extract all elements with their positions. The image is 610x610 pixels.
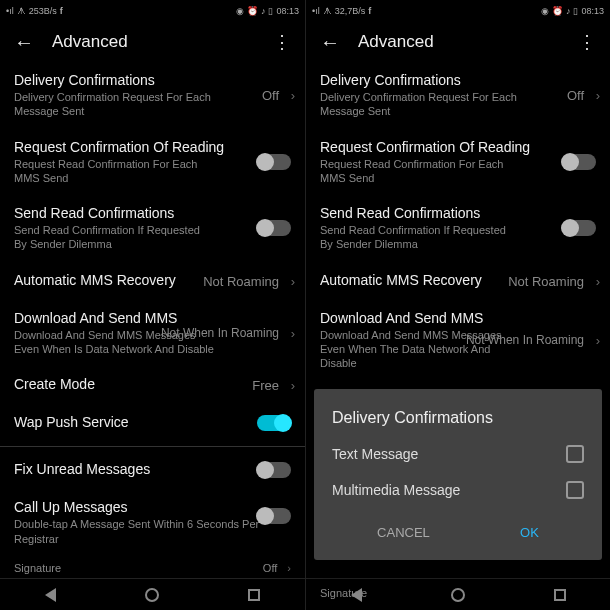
wifi-icon: ⩚ [323, 6, 332, 16]
auto-mms-recovery-row[interactable]: Automatic MMS Recovery Not Roaming › [306, 262, 610, 300]
create-mode-row[interactable]: Create Mode Free › [0, 366, 305, 404]
read-confirmation-row[interactable]: Request Confirmation Of Reading Request … [0, 129, 305, 196]
row-subtitle: Request Read Confirmation For Each MMS S… [14, 157, 214, 186]
checkbox-icon[interactable] [566, 445, 584, 463]
page-title: Advanced [358, 32, 578, 52]
nav-home-icon[interactable] [451, 588, 465, 602]
net-speed: 253B/s [29, 6, 57, 16]
nav-home-icon[interactable] [145, 588, 159, 602]
eye-icon: ◉ [541, 6, 549, 16]
alarm-icon: ⏰ [552, 6, 563, 16]
auto-mms-recovery-row[interactable]: Automatic MMS Recovery Not Roaming › [0, 262, 305, 300]
eye-icon: ◉ [236, 6, 244, 16]
toggle-send-read[interactable] [562, 220, 596, 236]
send-read-confirmations-row[interactable]: Send Read Confirmations Send Read Confir… [306, 195, 610, 262]
nav-back-icon[interactable] [45, 588, 56, 602]
dialog-option-text[interactable]: Text Message [332, 445, 584, 463]
row-subtitle: Double-tap A Message Sent Within 6 Secon… [14, 517, 264, 546]
nav-bar [306, 578, 610, 610]
clock: 08:13 [581, 6, 604, 16]
net-speed: 32,7B/s [335, 6, 366, 16]
alarm-icon: ⏰ [247, 6, 258, 16]
chevron-right-icon: › [291, 88, 295, 103]
signature-row[interactable]: Signature Off › [0, 556, 305, 580]
row-value: Not When In Roaming [466, 333, 584, 347]
row-title: Delivery Confirmations [320, 72, 596, 88]
toggle-read-request[interactable] [562, 154, 596, 170]
back-icon[interactable]: ← [320, 31, 340, 54]
delivery-confirmations-row[interactable]: Delivery Confirmations Delivery Confirma… [0, 62, 305, 129]
chevron-right-icon: › [596, 273, 600, 288]
row-title: Fix Unread Messages [14, 461, 291, 477]
wap-push-row[interactable]: Wap Push Service [0, 404, 305, 442]
nav-recent-icon[interactable] [248, 589, 260, 601]
clock: 08:13 [276, 6, 299, 16]
signal-icon: •ıl [6, 6, 14, 16]
row-title: Call Up Messages [14, 499, 291, 515]
row-subtitle: Delivery Confirmation Request For Each M… [320, 90, 520, 119]
ok-button[interactable]: OK [500, 517, 559, 548]
row-value: Off [567, 88, 584, 103]
row-title: Send Read Confirmations [14, 205, 291, 221]
chevron-right-icon: › [596, 333, 600, 348]
row-subtitle: Delivery Confirmation Request For Each M… [14, 90, 214, 119]
chevron-right-icon: › [291, 378, 295, 393]
header: ← Advanced ⋮ [306, 22, 610, 62]
header: ← Advanced ⋮ [0, 22, 305, 62]
row-value: Not Roaming [508, 273, 584, 288]
option-label: Text Message [332, 446, 566, 462]
row-title: Request Confirmation Of Reading [320, 139, 596, 155]
row-title: Request Confirmation Of Reading [14, 139, 291, 155]
chevron-right-icon: › [291, 273, 295, 288]
facebook-icon: f [368, 6, 371, 16]
cancel-button[interactable]: CANCEL [357, 517, 450, 548]
facebook-icon: f [60, 6, 63, 16]
row-title: Download And Send MMS [320, 310, 596, 326]
row-subtitle: Send Read Confirmation If Requested By S… [320, 223, 520, 252]
toggle-wap-push[interactable] [257, 415, 291, 431]
sound-icon: ♪ [566, 6, 571, 16]
battery-icon: ▯ [573, 6, 578, 16]
read-confirmation-row[interactable]: Request Confirmation Of Reading Request … [306, 129, 610, 196]
toggle-send-read[interactable] [257, 220, 291, 236]
toggle-fix-unread[interactable] [257, 462, 291, 478]
nav-bar [0, 578, 305, 610]
row-title: Create Mode [14, 376, 291, 392]
delivery-confirmations-row[interactable]: Delivery Confirmations Delivery Confirma… [306, 62, 610, 129]
more-icon[interactable]: ⋮ [273, 31, 291, 53]
dialog-option-multimedia[interactable]: Multimedia Message [332, 481, 584, 499]
delivery-confirmations-dialog: Delivery Confirmations Text Message Mult… [314, 389, 602, 560]
checkbox-icon[interactable] [566, 481, 584, 499]
signature-value: Off [263, 562, 277, 574]
wifi-icon: ⩚ [17, 6, 26, 16]
nav-back-icon[interactable] [351, 588, 362, 602]
send-read-confirmations-row[interactable]: Send Read Confirmations Send Read Confir… [0, 195, 305, 262]
option-label: Multimedia Message [332, 482, 566, 498]
status-bar: •ıl ⩚ 253B/s f ◉ ⏰ ♪ ▯ 08:13 [0, 0, 305, 22]
chevron-right-icon: › [287, 562, 291, 574]
row-value: Not When In Roaming [161, 326, 279, 340]
row-subtitle: Request Read Confirmation For Each MMS S… [320, 157, 520, 186]
row-title: Send Read Confirmations [320, 205, 596, 221]
sound-icon: ♪ [261, 6, 266, 16]
row-value: Not Roaming [203, 273, 279, 288]
fix-unread-row[interactable]: Fix Unread Messages [0, 451, 305, 489]
row-title: Delivery Confirmations [14, 72, 291, 88]
dialog-title: Delivery Confirmations [332, 409, 584, 427]
signature-label: Signature [14, 562, 263, 574]
signal-icon: •ıl [312, 6, 320, 16]
call-up-messages-row[interactable]: Call Up Messages Double-tap A Message Se… [0, 489, 305, 556]
row-subtitle: Send Read Confirmation If Requested By S… [14, 223, 214, 252]
more-icon[interactable]: ⋮ [578, 31, 596, 53]
toggle-read-request[interactable] [257, 154, 291, 170]
chevron-right-icon: › [291, 326, 295, 341]
back-icon[interactable]: ← [14, 31, 34, 54]
battery-icon: ▯ [268, 6, 273, 16]
download-send-mms-row[interactable]: Download And Send MMS Download And Send … [0, 300, 305, 367]
toggle-call-up[interactable] [257, 508, 291, 524]
chevron-right-icon: › [596, 88, 600, 103]
page-title: Advanced [52, 32, 273, 52]
download-send-mms-row[interactable]: Download And Send MMS Download And Send … [306, 300, 610, 381]
nav-recent-icon[interactable] [554, 589, 566, 601]
status-bar: •ıl ⩚ 32,7B/s f ◉ ⏰ ♪ ▯ 08:13 [306, 0, 610, 22]
